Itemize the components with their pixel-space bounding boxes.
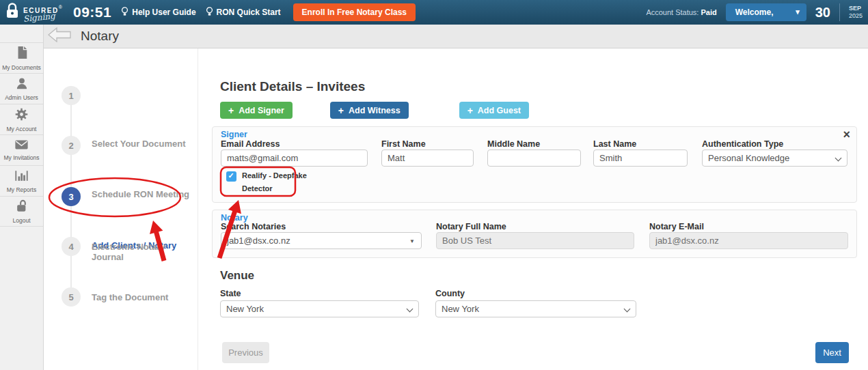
plus-icon: + (338, 105, 344, 116)
state-label: State (220, 289, 241, 298)
step-1-label[interactable]: Select Your Document (92, 139, 194, 149)
notary-full-name-label: Notary Full Name (436, 222, 506, 231)
ron-quick-start-link[interactable]: RON Quick Start (206, 7, 281, 18)
close-icon[interactable]: × (843, 128, 850, 143)
middle-name-label: Middle Name (487, 139, 540, 149)
step-1-circle: 1 (62, 86, 81, 105)
state-select[interactable]: New York (220, 300, 419, 317)
date-month: SEP (849, 5, 863, 12)
document-icon (15, 45, 29, 63)
sidebar-item-my-documents[interactable]: My Documents (0, 42, 43, 73)
county-label: County (435, 289, 465, 298)
step-4-label[interactable]: Electronic Notary Journal (92, 242, 194, 262)
plus-icon: + (467, 105, 473, 116)
lightbulb-icon (206, 7, 213, 18)
plus-icon: + (228, 105, 234, 116)
gear-icon (14, 107, 29, 124)
back-arrow-icon[interactable] (48, 27, 71, 45)
date-day: 30 (815, 5, 830, 20)
sidebar-item-admin-users[interactable]: Admin Users (0, 73, 43, 104)
notary-full-name-field (436, 232, 634, 249)
client-details-heading: Client Details – Invitees (220, 79, 365, 94)
caret-down-icon: ▼ (409, 238, 415, 244)
step-5-circle: 5 (62, 287, 81, 307)
clock-time: 09:51 (73, 4, 111, 20)
account-status: Account Status: Paid (646, 8, 716, 16)
notary-app-window: ECURED® Signing 09:51 Help User Guide RO… (0, 0, 868, 370)
sidebar-item-my-invitations[interactable]: My Invitations (0, 134, 43, 165)
middle-name-field[interactable] (487, 150, 581, 167)
padlock-logo-icon (4, 2, 21, 23)
authentication-type-select[interactable]: Personal Knowledge (702, 150, 847, 167)
next-button[interactable]: Next (815, 342, 849, 363)
county-select[interactable]: New York (435, 300, 636, 317)
venue-heading: Venue (220, 269, 254, 283)
signer-panel: Signer × Email Address First Name Middle… (212, 126, 857, 203)
welcome-user-dropdown[interactable]: Welcome, (726, 3, 806, 21)
chevron-down-icon (835, 155, 842, 162)
email-address-field[interactable] (221, 150, 368, 167)
main-content: Client Details – Invitees + Add Signer +… (198, 48, 868, 370)
wizard-steps-panel: 1 Select Your Document 2 Schedule RON Me… (44, 48, 198, 370)
envelope-icon (14, 139, 29, 153)
registered-mark: ® (59, 4, 62, 9)
top-bar: ECURED® Signing 09:51 Help User Guide RO… (0, 0, 868, 25)
padlock-icon (15, 199, 28, 216)
first-name-label: First Name (381, 139, 426, 149)
last-name-label: Last Name (593, 139, 636, 149)
add-signer-button[interactable]: + Add Signer (220, 102, 293, 119)
sidebar-item-my-reports[interactable]: My Reports (0, 165, 43, 196)
step-3-circle: 3 (62, 187, 81, 206)
notary-panel: Notary Search Notaries Notary Full Name … (212, 210, 857, 258)
step-5-label[interactable]: Tag the Document (92, 292, 194, 302)
realify-deepfake-label: Realify - Deepfake Detector (242, 169, 307, 195)
step-4-circle: 4 (62, 237, 81, 256)
email-address-label: Email Address (221, 139, 280, 149)
chevron-down-icon (407, 306, 413, 313)
search-notaries-dropdown[interactable]: jab1@dsx.co.nz ▼ (221, 232, 422, 249)
chevron-down-icon (624, 306, 631, 313)
notary-email-field (649, 232, 848, 249)
step-2-circle: 2 (62, 136, 81, 155)
notary-email-label: Notary E-Mail (649, 222, 704, 231)
securedsigning-logo[interactable]: ECURED® Signing (4, 2, 62, 23)
signer-section-label: Signer (221, 130, 247, 139)
sidebar-item-my-account[interactable]: My Account (0, 104, 43, 134)
realify-deepfake-checkbox[interactable] (226, 171, 236, 182)
search-notaries-label: Search Notaries (221, 222, 286, 231)
date-divider (839, 3, 840, 21)
last-name-field[interactable] (593, 150, 688, 167)
date-year: 2025 (849, 12, 863, 20)
enroll-free-notary-class-button[interactable]: Enroll In Free Notary Class (293, 3, 416, 21)
bar-chart-icon (14, 169, 29, 185)
page-title: Notary (81, 29, 119, 44)
add-guest-button[interactable]: + Add Guest (459, 102, 529, 119)
previous-button[interactable]: Previous (222, 342, 269, 363)
sidebar-nav: My Documents Admin Users (0, 25, 44, 370)
page-header: Notary (0, 25, 868, 48)
authentication-type-label: Authentication Type (702, 139, 783, 149)
user-icon (15, 76, 29, 93)
step-2-label[interactable]: Schedule RON Meeting (92, 189, 194, 199)
first-name-field[interactable] (381, 150, 474, 167)
help-user-guide-link[interactable]: Help User Guide (121, 7, 195, 18)
account-status-value: Paid (701, 8, 716, 16)
sidebar-item-logout[interactable]: Logout (0, 196, 43, 227)
add-witness-button[interactable]: + Add Witness (330, 102, 409, 119)
lightbulb-icon (121, 7, 128, 18)
notary-section-label: Notary (221, 213, 248, 223)
